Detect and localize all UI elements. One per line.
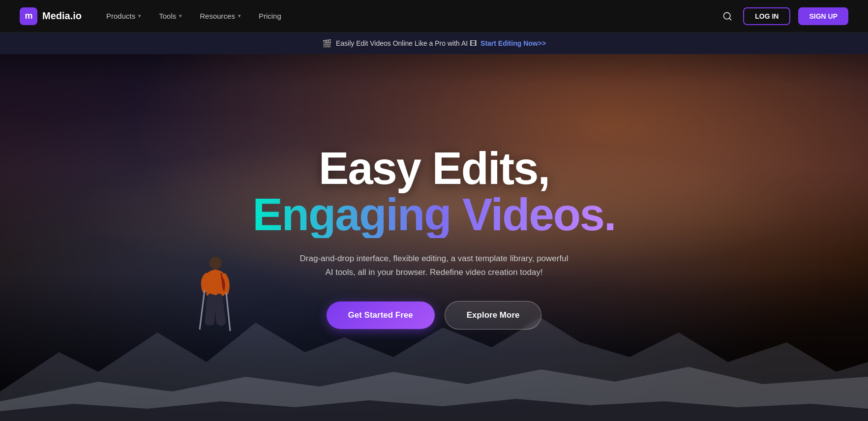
explore-more-button[interactable]: Explore More xyxy=(445,301,542,330)
chevron-down-icon: ▾ xyxy=(138,13,141,19)
get-started-button[interactable]: Get Started Free xyxy=(327,301,435,329)
announcement-bar: 🎬 Easily Edit Videos Online Like a Pro w… xyxy=(0,32,868,54)
logo-text: Media.io xyxy=(42,10,82,22)
person-figure xyxy=(191,248,240,337)
nav-items: Products ▾ Tools ▾ Resources ▾ Pricing xyxy=(99,8,288,24)
hero-content: Easy Edits, Engaging Videos. Drag-and-dr… xyxy=(242,146,625,330)
chevron-down-icon: ▾ xyxy=(238,13,241,19)
hero-subtitle: Drag-and-drop interface, flexible editin… xyxy=(297,252,572,279)
navbar-left: m Media.io Products ▾ Tools ▾ Resources … xyxy=(20,7,288,25)
announcement-link[interactable]: Start Editing Now>> xyxy=(480,39,546,47)
announcement-text: Easily Edit Videos Online Like a Pro wit… xyxy=(336,39,477,47)
logo[interactable]: m Media.io xyxy=(20,7,82,25)
chevron-down-icon: ▾ xyxy=(179,13,182,19)
svg-line-1 xyxy=(729,18,731,20)
search-icon xyxy=(722,11,732,21)
nav-actions: LOG IN SIGN UP xyxy=(719,7,848,25)
navbar: m Media.io Products ▾ Tools ▾ Resources … xyxy=(0,0,868,32)
search-button[interactable] xyxy=(719,8,735,24)
nav-item-resources[interactable]: Resources ▾ xyxy=(193,8,248,24)
nav-item-products[interactable]: Products ▾ xyxy=(99,8,148,24)
hero-title-line1: Easy Edits, xyxy=(252,146,615,191)
announcement-icon: 🎬 xyxy=(322,39,332,48)
hero-title-line2: Engaging Videos. xyxy=(252,191,615,239)
login-button[interactable]: LOG IN xyxy=(743,7,790,25)
svg-line-3 xyxy=(200,290,205,330)
svg-line-4 xyxy=(226,293,230,331)
hero-section: Easy Edits, Engaging Videos. Drag-and-dr… xyxy=(0,0,868,421)
logo-icon: m xyxy=(20,7,37,25)
nav-item-pricing[interactable]: Pricing xyxy=(252,8,288,24)
signup-button[interactable]: SIGN UP xyxy=(798,7,848,25)
svg-point-2 xyxy=(210,257,221,270)
nav-item-tools[interactable]: Tools ▾ xyxy=(152,8,189,24)
hero-buttons: Get Started Free Explore More xyxy=(252,301,615,330)
